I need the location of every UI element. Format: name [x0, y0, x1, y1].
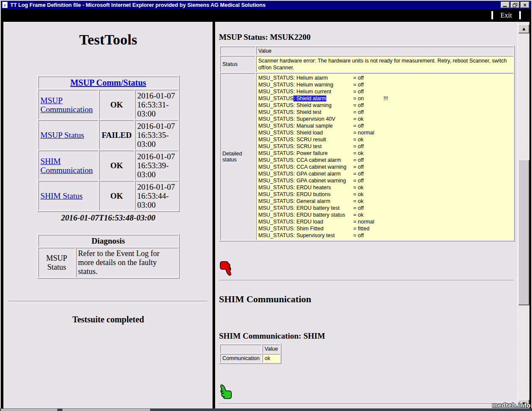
status-line-label: MSU_STATUS: ERDU battery status [258, 211, 353, 218]
right-divider-1 [219, 280, 514, 281]
browser-window: e TT Log Frame Definition file - Microso… [0, 0, 532, 411]
test-result: OK [99, 181, 134, 211]
status-line: MSU_STATUS: ERDU heaters= ok [258, 184, 511, 191]
status-line-label: MSU_STATUS: ERDU battery test [258, 205, 353, 211]
testsuite-status: Testsuite completed [4, 315, 213, 325]
watermark: medteh.info [492, 402, 531, 409]
status-line-label: MSU_STATUS: Helium alarm [258, 74, 353, 81]
status-line: MSU_STATUS: General alarm= ok [258, 198, 511, 205]
status-line: MSU_STATUS: Helium warning= off [258, 81, 511, 88]
detailed-status-lines: MSU_STATUS: Helium alarm= offMSU_STATUS:… [256, 73, 514, 240]
shim-comm-table: Value Communication ok [219, 343, 281, 364]
status-line: MSU_STATUS: Manual sample= off [258, 122, 511, 129]
page-title: TestTools [4, 32, 213, 48]
test-link[interactable]: MSUP Status [41, 131, 84, 140]
status-line: MSU_STATUS: GPA cabinet warning= off [258, 177, 511, 184]
alarm-marker: !!! [384, 95, 388, 102]
msup-status-heading: MSUP Status: MSUK2200 [219, 33, 515, 42]
vertical-scrollbar[interactable]: ▲ ▼ [517, 22, 529, 408]
frameset: TestTools MSUP Comm/Status MSUP Communic… [1, 21, 531, 408]
status-line-label: MSU_STATUS: ERDU buttons [258, 191, 353, 198]
status-line-value: = off [353, 157, 364, 164]
status-line-value: = off [353, 177, 364, 184]
status-line-value: = off [353, 122, 364, 129]
arrow-up-icon: ▲ [523, 27, 526, 31]
exit-toolbar: Exit [1, 9, 531, 21]
shim-result-indicator [219, 384, 515, 400]
test-link[interactable]: MSUP Communication [41, 96, 93, 114]
test-link[interactable]: SHIM Status [41, 191, 83, 200]
status-line: MSU_STATUS: Supervision 40V= ok [258, 116, 511, 122]
thumbs-down-icon [220, 260, 233, 277]
test-link[interactable]: SHIM Communication [41, 157, 93, 175]
value-header: Value [256, 47, 514, 55]
diagnosis-test-name: MSUP Status [38, 248, 75, 277]
test-result: OK [99, 151, 134, 180]
minimize-button[interactable] [501, 2, 510, 8]
comm-status-row: SHIM CommunicationOK2016-01-07 16:53:39-… [38, 151, 178, 180]
status-line-label: MSU_STATUS: ERDU heaters [258, 184, 353, 191]
status-line-value: = off [353, 74, 364, 81]
title-bar: e TT Log Frame Definition file - Microso… [1, 1, 531, 9]
test-timestamp: 2016-01-07 16:53:35-03:00 [135, 120, 178, 150]
status-line-value: = ok [353, 191, 364, 198]
status-line: MSU_STATUS: SCRU result= ok [258, 136, 511, 143]
status-line-value: = normal [353, 218, 374, 225]
test-timestamp: 2016-01-07 16:53:31-03:00 [135, 90, 178, 119]
status-line-value: = on [353, 95, 364, 102]
status-line-value: = ok [353, 136, 364, 143]
shim-subheading: SHIM Communication: SHIM [219, 331, 515, 341]
left-frame: TestTools MSUP Comm/Status MSUP Communic… [3, 22, 213, 408]
status-line-value: = off [353, 143, 364, 150]
status-line-value: = off [353, 102, 364, 109]
msup-status-table: Value Status Scanner hardware error: The… [219, 45, 515, 241]
msup-result-indicator [220, 260, 515, 277]
status-line-value: = fitted [353, 225, 369, 232]
status-line: MSU_STATUS: Shield test= off [258, 109, 511, 116]
status-line-value: = normal [353, 129, 374, 136]
status-line: MSU_STATUS: ERDU battery test= off [258, 205, 511, 211]
comm-status-row: SHIM StatusOK2016-01-07 16:53:44-03:00 [38, 181, 178, 211]
thumbs-up-icon [219, 384, 232, 400]
close-button[interactable]: × [520, 2, 529, 8]
status-line-label: MSU_STATUS: ERDU load [258, 218, 353, 225]
status-line-value: = off [353, 170, 364, 177]
status-line-label: MSU_STATUS: GPA cabinet alarm [258, 170, 353, 177]
right-frame: MSUP Status: MSUK2200 Value Status Scann… [215, 22, 517, 408]
comm-status-tbody: MSUP CommunicationOK2016-01-07 16:53:31-… [38, 90, 178, 211]
status-line-label: MSU_STATUS: Shield load [258, 129, 353, 136]
shim-row-label: Communication [220, 354, 262, 363]
scroll-up-button[interactable]: ▲ [518, 24, 529, 33]
shim-value-header: Value [263, 345, 280, 353]
close-icon: × [523, 3, 526, 8]
separator-bar-left [491, 11, 493, 19]
status-line: MSU_STATUS: Shield warning= off [258, 102, 511, 109]
status-line-label: MSU_STATUS: Supervision 40V [258, 116, 353, 122]
status-line: MSU_STATUS: Shield alarm= on!!! [258, 95, 511, 102]
status-line: MSU_STATUS: CCA cabinet warning= off [258, 164, 511, 170]
status-line: MSU_STATUS: Helium alarm= off [258, 74, 511, 81]
status-line-label: MSU_STATUS: Supervisory test [258, 232, 353, 239]
exit-button[interactable]: Exit [500, 12, 512, 19]
internet-explorer-icon: e [2, 2, 8, 8]
bottom-edge [0, 408, 532, 411]
scrollbar-thumb[interactable] [518, 160, 529, 305]
status-line-value: = ok [353, 184, 364, 191]
status-line: MSU_STATUS: GPA cabinet alarm= off [258, 170, 511, 177]
status-line-label: MSU_STATUS: SCRU result [258, 136, 353, 143]
status-line: MSU_STATUS: Helium current= off [258, 88, 511, 95]
comm-status-table-header-link[interactable]: MSUP Comm/Status [70, 78, 146, 87]
taskbar-segment-2 [62, 409, 150, 411]
shim-empty-header-cell [220, 345, 262, 353]
detailed-status-label: Detailed status [220, 73, 255, 240]
window-controls: × [501, 2, 529, 8]
diagnosis-tbody: MSUP StatusRefer to the Event Log for mo… [38, 248, 178, 277]
test-timestamp: 2016-01-07 16:53:39-03:00 [135, 151, 178, 180]
restore-icon [513, 3, 517, 7]
test-name-cell: MSUP Status [38, 120, 99, 150]
window-title: TT Log Frame Definition file - Microsoft… [10, 2, 266, 8]
status-line-value: = off [353, 205, 364, 211]
status-line: MSU_STATUS: Shim Fitted= fitted [258, 225, 511, 232]
status-line-label: MSU_STATUS: CCA cabinet alarm [258, 157, 353, 164]
restore-button[interactable] [511, 2, 520, 8]
